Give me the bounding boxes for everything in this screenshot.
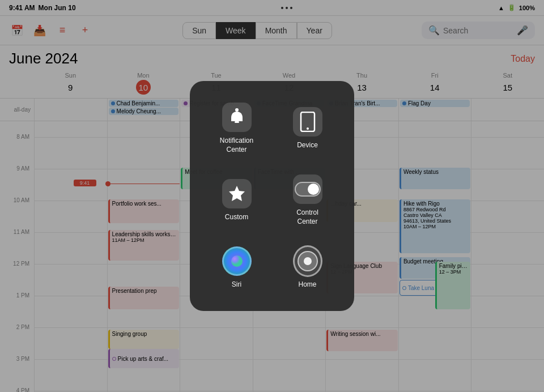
menu-item-control-center[interactable]: ControlCenter (272, 164, 343, 236)
device-icon (293, 107, 322, 137)
notification-center-label: NotificationCenter (220, 137, 253, 154)
home-label: Home (298, 280, 316, 289)
menu-item-notification-center[interactable]: NotificationCenter (201, 92, 272, 164)
menu-item-device[interactable]: Device (272, 92, 343, 164)
menu-item-custom[interactable]: Custom (201, 164, 272, 236)
svg-point-3 (307, 127, 309, 130)
menu-item-siri[interactable]: Siri (201, 236, 272, 300)
assistive-touch-overlay[interactable]: NotificationCenter Device Custom (0, 0, 544, 392)
siri-icon (222, 246, 252, 276)
device-label: Device (297, 141, 318, 150)
svg-point-5 (231, 255, 243, 267)
svg-point-0 (235, 108, 239, 112)
control-center-icon (293, 174, 322, 204)
siri-label: Siri (232, 280, 241, 289)
svg-marker-4 (229, 186, 245, 201)
home-icon (293, 246, 322, 276)
svg-rect-1 (235, 121, 239, 123)
menu-item-home[interactable]: Home (272, 236, 343, 300)
custom-icon (222, 179, 252, 208)
custom-label: Custom (225, 213, 248, 222)
notification-center-icon (222, 103, 252, 132)
assistive-menu: NotificationCenter Device Custom (190, 81, 354, 311)
control-center-label: ControlCenter (296, 208, 318, 226)
